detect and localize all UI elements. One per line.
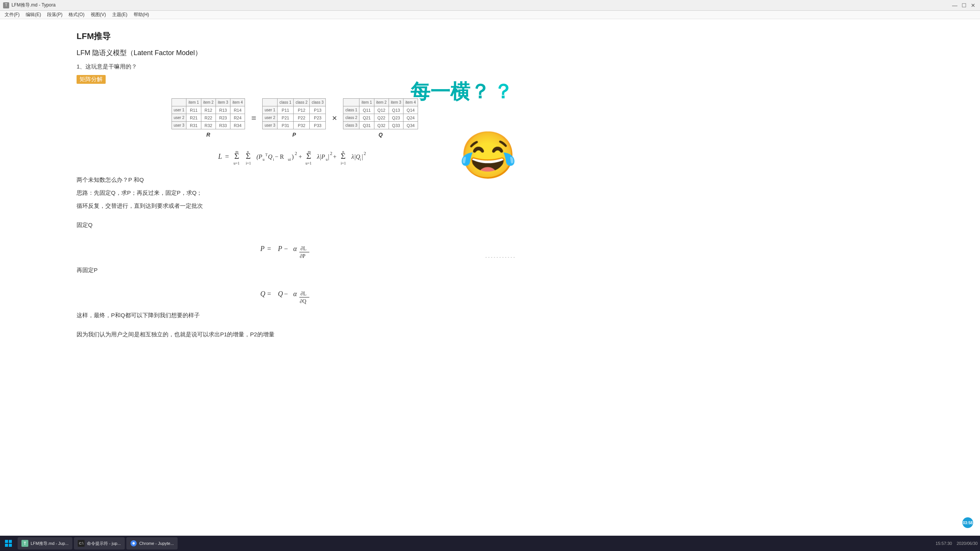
para2: 思路：先固定Q，求P；再反过来，固定P，求Q；	[77, 188, 513, 197]
q-row2-header: class 2	[343, 114, 359, 122]
svg-text:u=1: u=1	[305, 161, 312, 165]
svg-text:P: P	[260, 245, 265, 253]
para4: 这样，最终，P和Q都可以下降到我们想要的样子	[77, 311, 513, 320]
p-p13: P13	[310, 106, 326, 114]
matrix-r-container: item 1 item 2 item 3 item 4 user 1 R11 R…	[172, 98, 245, 138]
q-q13: Q13	[389, 106, 403, 114]
p-header-empty	[263, 99, 278, 106]
svg-text:Q: Q	[268, 153, 273, 160]
q-q11: Q11	[359, 106, 374, 114]
svg-text:|: |	[362, 153, 363, 160]
r-r31: R31	[186, 122, 201, 129]
menu-item-o[interactable]: 格式(O)	[65, 11, 87, 19]
r-header-item4: item 4	[230, 99, 245, 106]
title-bar: T LFM推导.md - Typora — ☐ ✕	[0, 0, 980, 11]
para1: 两个未知数怎么办？P 和Q	[77, 175, 513, 184]
formula-p-update: P = P − α ∂L ∂P	[77, 236, 513, 262]
p-p12: P12	[294, 106, 310, 114]
section1-heading: 1、这玩意是干嘛用的？	[77, 62, 513, 71]
formula-q-update: Q = Q − α ∂L ∂Q	[77, 281, 513, 308]
minimize-button[interactable]: —	[951, 2, 959, 9]
menu-item-f[interactable]: 文件(F)	[2, 11, 23, 19]
r-r34: R34	[230, 122, 245, 129]
taskbar-left: T LFM推导.md - Jup... C:\ 命令提示符 - jup... C…	[2, 537, 178, 549]
start-button[interactable]	[2, 537, 15, 549]
svg-rect-52	[9, 544, 12, 547]
svg-text:+: +	[333, 153, 336, 160]
r-r24: R24	[230, 114, 245, 122]
matrix-p-table: class 1 class 2 class 3 user 1 P11 P12 P…	[262, 98, 326, 129]
svg-text:Σ: Σ	[341, 151, 346, 161]
svg-text:i: i	[360, 157, 361, 161]
cmd-icon: C:\	[78, 540, 85, 547]
q-q34: Q34	[403, 122, 418, 129]
p-p31: P31	[278, 122, 294, 129]
main-heading: LFM推导	[77, 31, 513, 42]
svg-text:ui: ui	[288, 157, 291, 161]
q-q33: Q33	[389, 122, 403, 129]
r-row1-header: user 1	[172, 106, 186, 114]
taskbar-date: 2020/06/30	[957, 541, 978, 546]
menu-item-e[interactable]: 编辑(E)	[23, 11, 44, 19]
taskbar-typora[interactable]: T LFM推导.md - Jup...	[18, 537, 72, 549]
svg-text:u: u	[263, 157, 265, 161]
svg-text:∂P: ∂P	[300, 253, 305, 259]
r-r12: R12	[201, 106, 216, 114]
q-row1-header: class 1	[343, 106, 359, 114]
formula-L-svg: L = m Σ u=1 n Σ i=1 (P u T Q i − R ui ) …	[214, 142, 375, 172]
svg-text:=: =	[267, 245, 271, 253]
taskbar-typora-label: LFM推导.md - Jup...	[31, 541, 69, 546]
menu-item-p[interactable]: 段落(P)	[44, 11, 65, 19]
loss-function-formula: L = m Σ u=1 n Σ i=1 (P u T Q i − R ui ) …	[77, 142, 513, 172]
svg-text:Q: Q	[278, 290, 283, 298]
close-button[interactable]: ✕	[969, 2, 977, 9]
q-row3-header: class 3	[343, 122, 359, 129]
p-p21: P21	[278, 114, 294, 122]
para3: 循环反复，交替进行，直到达到要求或者一定批次	[77, 201, 513, 210]
q-q24: Q24	[403, 114, 418, 122]
taskbar-cmd-label: 命令提示符 - jup...	[87, 541, 121, 546]
menu-item-v[interactable]: 视图(V)	[88, 11, 109, 19]
highlight-label: 矩阵分解	[77, 75, 106, 84]
r-header-item1: item 1	[186, 99, 201, 106]
window-title: LFM推导.md - Typora	[11, 2, 56, 8]
fix-q-label: 固定Q	[77, 220, 513, 230]
equals-sign: =	[250, 113, 258, 123]
q-header-item2: item 2	[374, 99, 389, 106]
svg-text:|: |	[328, 153, 329, 160]
right-decoration: 每一横？ ？	[410, 78, 513, 105]
r-r23: R23	[216, 114, 230, 122]
q-q14: Q14	[403, 106, 418, 114]
q-header-item3: item 3	[389, 99, 403, 106]
menu-item-h[interactable]: 帮助(H)	[131, 11, 152, 19]
q-header-empty	[343, 99, 359, 106]
svg-text:2: 2	[330, 151, 332, 156]
svg-text:u=1: u=1	[234, 161, 240, 165]
svg-text:Σ: Σ	[234, 151, 239, 161]
svg-text:i=1: i=1	[246, 161, 251, 165]
r-header-item2: item 2	[201, 99, 216, 106]
maximize-button[interactable]: ☐	[960, 2, 968, 9]
window-controls: — ☐ ✕	[951, 2, 977, 9]
q-q12: Q12	[374, 106, 389, 114]
emoji-decoration: 😂	[459, 132, 517, 178]
matrix-q-label: Q	[379, 132, 383, 138]
r-header-item3: item 3	[216, 99, 230, 106]
p-header-class1: class 1	[278, 99, 294, 106]
taskbar-cmd[interactable]: C:\ 命令提示符 - jup...	[74, 537, 125, 549]
windows-logo-icon	[5, 540, 12, 547]
p-p32: P32	[294, 122, 310, 129]
svg-text:L: L	[218, 153, 222, 160]
svg-text:u: u	[326, 157, 328, 161]
svg-text:Q: Q	[260, 290, 265, 298]
menu-item-e[interactable]: 主题(E)	[109, 11, 131, 19]
taskbar-chrome[interactable]: Chrome - Jupyte...	[126, 537, 178, 549]
sub-heading: LFM 隐语义模型（Latent Factor Model）	[77, 48, 513, 57]
svg-text:=: =	[267, 290, 271, 298]
r-r11: R11	[186, 106, 201, 114]
svg-text:P: P	[278, 245, 282, 253]
svg-text:i=1: i=1	[341, 161, 346, 165]
svg-text:∂L: ∂L	[301, 246, 306, 251]
r-row3-header: user 3	[172, 122, 186, 129]
matrix-p-container: class 1 class 2 class 3 user 1 P11 P12 P…	[262, 98, 326, 138]
